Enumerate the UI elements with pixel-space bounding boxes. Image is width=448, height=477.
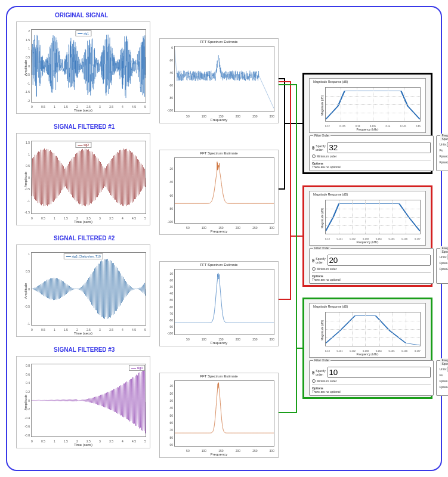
radio-specify-order[interactable]	[312, 371, 314, 374]
title-original: ORIGINAL SIGNAL	[55, 12, 108, 18]
radio-specify-order[interactable]	[312, 259, 314, 262]
fft-title: FFT Spectrum Estimate	[160, 40, 278, 44]
xlabel: Time (secs)	[17, 109, 150, 112]
filter-box-black: Magnitude Response (dB) Magnitude (dB) F…	[302, 73, 432, 174]
filter-order-box: Filter Order Specify order: Minimum orde…	[309, 135, 434, 171]
title-filtered1: SIGNAL FILTERED #1	[54, 123, 115, 130]
time-plot-original: sig1 Time (secs) Amplitude 00.511.522.53…	[16, 21, 150, 114]
legend-filtered3: sig4	[129, 365, 145, 371]
time-plot-filtered3: sig4 Time (secs) Amplitude 00.511.522.53…	[16, 356, 150, 448]
time-plot-filtered1: sig2 Time (secs) Amplitude 00.511.522.53…	[16, 133, 150, 225]
fft-plot-filtered3: FFT Spectrum Estimate Frequency 50100150…	[159, 373, 279, 458]
order-input[interactable]	[327, 367, 431, 378]
fft-original	[175, 47, 274, 111]
yticks: 21.510.50-0.5-1-1.5-2	[20, 29, 30, 103]
title-filtered3: SIGNAL FILTERED #3	[54, 346, 115, 353]
xlabel: Frequency	[160, 118, 278, 122]
title-filtered2: SIGNAL FILTERED #2	[54, 235, 115, 241]
yticks: 0-20-40-60-80-100	[163, 46, 173, 112]
xticks: 50100150200250300	[174, 114, 274, 118]
order-input[interactable]	[327, 142, 431, 153]
legend-filtered1: sig2	[75, 142, 91, 148]
legend-original: sig1	[75, 30, 91, 36]
mag-response-panel: Magnitude Response (dB) Magnitude (dB) F…	[309, 78, 426, 133]
fft-plot-filtered1: FFT Spectrum Estimate Frequency 50100150…	[159, 150, 279, 235]
order-input[interactable]	[327, 255, 431, 266]
fft-plot-original: FFT Spectrum Estimate Frequency 50100150…	[159, 38, 279, 123]
radio-minimum-order[interactable]	[312, 379, 316, 383]
radio-specify-order[interactable]	[312, 146, 314, 150]
main-frame: ORIGINAL SIGNAL SIGNAL FILTERED #1 SIGNA…	[6, 6, 442, 471]
radio-minimum-order[interactable]	[312, 267, 316, 271]
freq-spec-box: Frequency Specifications Units:Hz Fs: Fp…	[436, 135, 448, 171]
fft-plot-filtered2: FFT Spectrum Estimate Frequency 50100150…	[159, 261, 279, 346]
signal-original	[32, 30, 146, 102]
filter-box-green: Magnitude Response (dB) Magnitude (dB) F…	[302, 298, 432, 399]
radio-minimum-order[interactable]	[312, 154, 316, 158]
filter-box-red: Magnitude Response (dB) Magnitude (dB) F…	[302, 185, 432, 287]
legend-filtered2: sig3_Chebyshev_T10	[63, 253, 103, 259]
time-plot-filtered2: sig3_Chebyshev_T10 Time (secs) Amplitude…	[16, 244, 150, 337]
xticks: 00.511.522.533.544.55	[31, 105, 146, 109]
